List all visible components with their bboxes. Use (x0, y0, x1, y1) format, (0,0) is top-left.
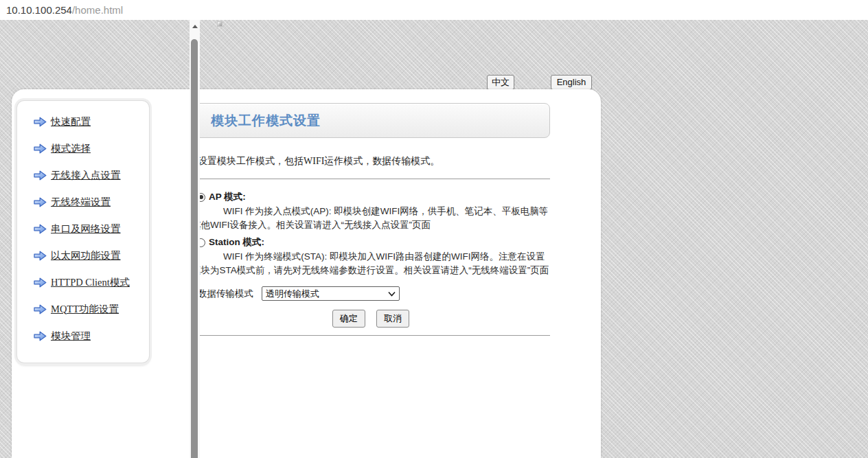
blue-arrow-icon (34, 224, 47, 234)
sidebar-item-8[interactable]: 模块管理 (34, 328, 149, 343)
sidebar-item-label[interactable]: 以太网功能设置 (51, 249, 121, 262)
sidebar-item-label[interactable]: 串口及网络设置 (51, 222, 121, 236)
cancel-button[interactable]: 取消 (376, 310, 409, 328)
form-actions: 确定 取消 (192, 310, 550, 328)
blue-arrow-icon (34, 277, 47, 288)
section-description: 设置模块工作模式，包括WIFI运作模式，数据传输模式。 (192, 155, 550, 168)
up-arrow-icon (192, 25, 198, 28)
corner-grip-icon (217, 21, 222, 27)
chevron-down-icon (388, 291, 396, 297)
language-chinese-button[interactable]: 中文 (487, 75, 514, 90)
sidebar-item-label[interactable]: 模式选择 (51, 142, 91, 155)
sidebar-item-6[interactable]: HTTPD Client模式 (34, 275, 149, 290)
sidebar-item-4[interactable]: 串口及网络设置 (34, 221, 149, 236)
sidebar-item-label[interactable]: MQTT功能设置 (51, 303, 119, 316)
sidebar-item-label[interactable]: 无线接入点设置 (51, 169, 121, 182)
transfer-mode-label: 数据传输模式 (198, 288, 253, 300)
browser-url-bar: 10.10.100.254/home.html (0, 0, 868, 20)
divider-top (192, 179, 550, 179)
blue-arrow-icon (34, 251, 47, 261)
confirm-button[interactable]: 确定 (332, 310, 365, 328)
blue-arrow-icon (34, 331, 47, 341)
blue-arrow-icon (34, 117, 47, 127)
blue-arrow-icon (34, 170, 47, 181)
sidebar-item-2[interactable]: 无线接入点设置 (34, 168, 149, 183)
url-host: 10.10.100.254 (6, 4, 72, 16)
language-english-button[interactable]: English (551, 75, 592, 90)
content-sheet: 快速配置模式选择无线接入点设置无线终端设置串口及网络设置以太网功能设置HTTPD… (12, 89, 601, 458)
page-url: 10.10.100.254/home.html (6, 0, 123, 20)
blue-arrow-icon (34, 144, 47, 154)
sidebar-menu: 快速配置模式选择无线接入点设置无线终端设置串口及网络设置以太网功能设置HTTPD… (17, 101, 149, 363)
ap-mode-row: AP 模式: (192, 191, 550, 203)
scrollbar-up-button[interactable] (190, 20, 200, 32)
main-settings-area: 模块工作模式设置 设置模块工作模式，包括WIFI运作模式，数据传输模式。 AP … (192, 89, 550, 336)
transfer-mode-value: 透明传输模式 (266, 287, 319, 300)
ap-mode-label: AP 模式: (209, 191, 246, 203)
station-mode-label: Station 模式: (209, 236, 264, 249)
url-path: /home.html (72, 4, 123, 16)
page-background: 中文 English 快速配置模式选择无线接入点设置无线终端设置串口及网络设置以… (0, 20, 868, 458)
sidebar-item-label[interactable]: 无线终端设置 (51, 196, 111, 209)
blue-arrow-icon (34, 304, 47, 314)
sidebar-item-1[interactable]: 模式选择 (34, 141, 149, 156)
vertical-scrollbar[interactable] (190, 20, 200, 458)
ap-mode-description: WIFI 作为接入点模式(AP): 即模块创建WIFI网络，供手机、笔记本、平板… (192, 205, 550, 232)
sidebar-item-0[interactable]: 快速配置 (34, 114, 149, 129)
transfer-mode-select[interactable]: 透明传输模式 (262, 286, 400, 301)
scrollbar-thumb[interactable] (191, 39, 198, 458)
station-mode-description: WIFI 作为终端模式(STA): 即模块加入WIFI路由器创建的WIFI网络。… (192, 250, 550, 277)
station-mode-row: Station 模式: (192, 236, 550, 249)
transfer-mode-row: 数据传输模式 透明传输模式 (192, 286, 550, 301)
blue-arrow-icon (34, 197, 47, 207)
sidebar-item-label[interactable]: 模块管理 (51, 330, 91, 343)
divider-bottom (192, 335, 550, 336)
sidebar-item-3[interactable]: 无线终端设置 (34, 194, 149, 209)
sidebar-item-7[interactable]: MQTT功能设置 (34, 301, 149, 317)
sidebar-item-label[interactable]: 快速配置 (51, 115, 91, 128)
section-header: 模块工作模式设置 (192, 103, 550, 138)
page-title: 模块工作模式设置 (192, 104, 549, 137)
sidebar-item-5[interactable]: 以太网功能设置 (34, 248, 149, 263)
sidebar-item-label[interactable]: HTTPD Client模式 (51, 276, 130, 289)
